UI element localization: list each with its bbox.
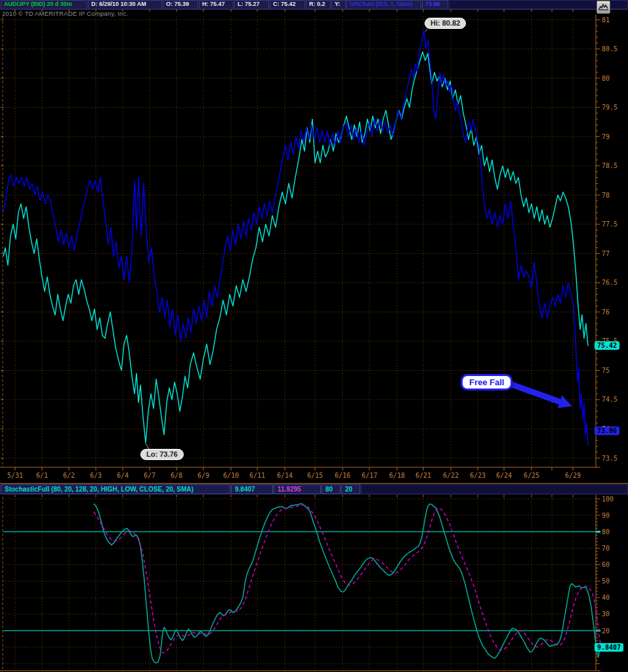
free-fall-annotation[interactable]: Free Fall xyxy=(461,374,513,390)
last-price-badge: 75.42 xyxy=(595,341,619,350)
stoch-axis-label: 80 xyxy=(602,528,610,536)
date-axis-label: 6/1 xyxy=(36,472,48,479)
header-low: L: 75.27 xyxy=(234,0,269,9)
stoch-axis-label: 40 xyxy=(602,594,610,601)
date-axis-label: 6/24 xyxy=(496,472,512,479)
price-axis-label: 74.5 xyxy=(602,396,618,403)
price-axis-label: 81 xyxy=(602,16,610,24)
date-axis-label: 6/2 xyxy=(63,472,75,479)
stoch-k-line xyxy=(94,504,600,663)
date-axis-label: 5/31 xyxy=(7,472,23,479)
price-axis-label: 79.5 xyxy=(602,104,618,111)
date-axis-label: 6/3 xyxy=(90,472,102,479)
header-open: O: 75.39 xyxy=(163,0,198,9)
header-leftchart-value: 73.96 xyxy=(422,0,448,9)
date-axis-label: 6/14 xyxy=(277,472,293,479)
price-axis-label: 75 xyxy=(602,367,610,374)
date-axis-label: 6/22 xyxy=(443,472,459,479)
date-axis-label: 6/9 xyxy=(198,472,209,479)
header-range: R: 0.2 xyxy=(306,0,331,9)
price-axis-label: 80.5 xyxy=(602,45,618,52)
stoch-axis-label: 20 xyxy=(602,627,610,635)
header-y-label: Y: xyxy=(331,0,346,9)
main-price-chart[interactable]: 73.57474.57575.57676.57777.57878.57979.5… xyxy=(0,9,628,483)
date-axis-label: 6/8 xyxy=(171,472,182,479)
stochastic-header-spacer xyxy=(361,484,628,494)
price-axis-label: 73.5 xyxy=(602,455,618,462)
header-high: H: 75.47 xyxy=(199,0,234,9)
header-leftchart[interactable]: leftChart (/ES, 1, false) xyxy=(346,0,421,9)
date-axis-label: 6/17 xyxy=(362,472,377,479)
stochastic-d-value: 11.9295 xyxy=(274,484,321,494)
lo-bubble-pointer xyxy=(146,444,149,449)
stoch-axis-label: 50 xyxy=(602,578,610,585)
date-axis-label: 6/16 xyxy=(335,472,350,479)
stochastic-study-label[interactable]: StochasticFull (80, 20, 128, 20, HIGH, L… xyxy=(1,484,230,494)
stochastic-overbought-value: 80 xyxy=(322,484,341,494)
overbought-line-axis-mark xyxy=(596,531,600,533)
stochastic-panel[interactable]: 2030405060708090100 xyxy=(0,494,628,672)
high-price-bubble: Hi: 80.82 xyxy=(425,18,466,29)
chart-header-bar: AUD/JPY (BID) 20 d 30m D: 6/29/10 10:30 … xyxy=(0,0,628,10)
date-axis-label: 6/23 xyxy=(470,472,486,479)
price-axis-label: 80 xyxy=(602,75,610,82)
date-axis-label: 6/18 xyxy=(389,472,405,479)
date-axis-label: 6/29 xyxy=(565,472,581,479)
stochastic-header-bar: StochasticFull (80, 20, 128, 20, HIGH, L… xyxy=(0,483,628,495)
overlay-last-price-badge: 73.96 xyxy=(595,427,619,435)
stochastic-last-value-badge: 9.8407 xyxy=(595,643,623,652)
price-axis-label: 78 xyxy=(602,192,610,199)
price-axis-label: 76 xyxy=(602,308,610,316)
stochastic-oversold-value: 20 xyxy=(341,484,360,494)
header-close: C: 75.42 xyxy=(270,0,305,9)
price-axis-label: 78.5 xyxy=(602,162,618,169)
date-axis-label: 6/21 xyxy=(415,472,431,479)
date-axis-label: 6/11 xyxy=(249,472,265,479)
symbol-label[interactable]: AUD/JPY (BID) 20 d 30m xyxy=(1,0,87,9)
stoch-axis-label: 30 xyxy=(602,610,610,618)
price-axis-label: 77.5 xyxy=(602,220,618,228)
date-axis-label: 6/25 xyxy=(524,472,539,479)
tos-chart-window: AUD/JPY (BID) 20 d 30m D: 6/29/10 10:30 … xyxy=(0,0,628,672)
price-axis-label: 77 xyxy=(602,250,610,257)
date-axis-label: 6/7 xyxy=(144,472,156,479)
date-axis-label: 6/15 xyxy=(307,472,323,479)
stoch-axis-label: 70 xyxy=(602,545,610,552)
header-datetime: D: 6/29/10 10:30 AM xyxy=(88,0,162,9)
low-price-bubble: Lo: 73.76 xyxy=(140,449,184,460)
date-axis-label: 6/4 xyxy=(117,472,129,479)
stochastic-k-value: 9.8407 xyxy=(231,484,273,494)
price-axis-label: 76.5 xyxy=(602,279,618,286)
price-axis-label: 79 xyxy=(602,133,610,140)
stoch-axis-label: 90 xyxy=(602,512,610,519)
stoch-axis-label: 100 xyxy=(602,495,614,503)
free-fall-arrow-shaft[interactable] xyxy=(512,385,560,402)
stoch-axis-label: 60 xyxy=(602,561,610,568)
date-axis-label: 6/10 xyxy=(223,472,239,479)
